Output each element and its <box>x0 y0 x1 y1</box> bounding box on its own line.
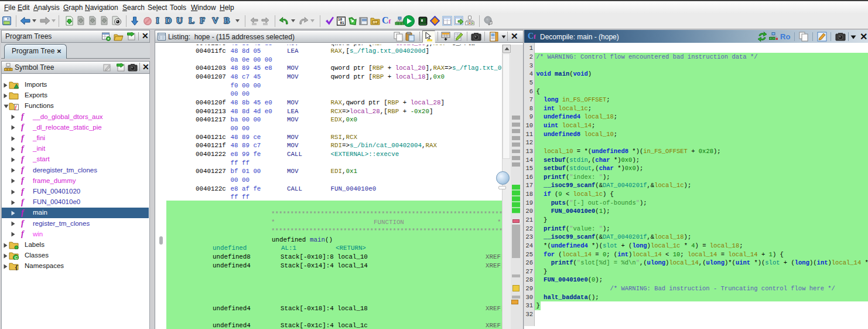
svg-text:C: C <box>15 255 18 260</box>
svg-text:{}: {} <box>15 264 19 270</box>
svg-text:01: 01 <box>340 21 345 25</box>
svg-text:DT: DT <box>373 21 378 24</box>
